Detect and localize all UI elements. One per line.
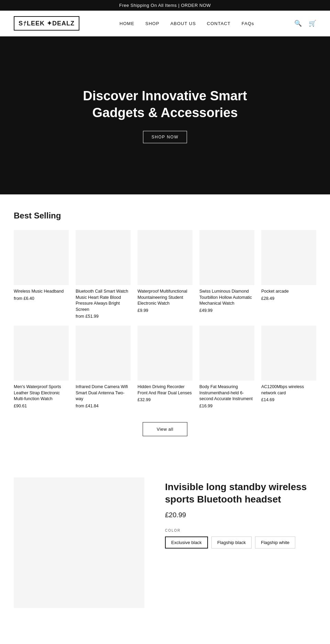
product-image: [76, 326, 131, 381]
featured-product-price: £20.99: [165, 511, 316, 519]
logo[interactable]: S†LEEK ✦DEALZ: [14, 16, 79, 31]
nav-home[interactable]: HOME: [120, 21, 134, 26]
logo-text: S†LEEK ✦DEALZ: [19, 20, 75, 27]
announcement-bar: Free Shipping On All Items | ORDER NOW: [0, 0, 330, 11]
product-name: Swiss Luminous Diamond Tourbillon Hollow…: [199, 289, 254, 307]
list-item[interactable]: Waterproof Multifunctional Mountaineerin…: [138, 230, 192, 319]
featured-product-info: Invisible long standby wireless sports B…: [165, 477, 316, 549]
list-item[interactable]: Bluetooth Call Smart Watch Music Heart R…: [76, 230, 131, 319]
product-price: from £41.84: [76, 404, 131, 408]
list-item[interactable]: Men's Waterproof Sports Leather Strap El…: [14, 326, 69, 408]
product-image: [138, 230, 192, 285]
products-grid-row2: Men's Waterproof Sports Leather Strap El…: [14, 326, 316, 408]
list-item[interactable]: Body Fat Measuring Instrumenthand-held 6…: [199, 326, 254, 408]
product-image: [138, 326, 192, 381]
featured-product-section: Invisible long standby wireless sports B…: [0, 464, 330, 629]
color-options: Exclusive black Flagship black Flagship …: [165, 536, 316, 549]
product-image: [14, 230, 69, 285]
header: S†LEEK ✦DEALZ HOME SHOP ABOUT US CONTACT…: [0, 11, 330, 36]
product-price: £9.99: [138, 308, 192, 313]
search-icon[interactable]: 🔍: [294, 20, 302, 27]
product-name: AC1200Mbps wireless network card: [261, 384, 316, 396]
hero-title: Discover Innovative Smart Gadgets & Acce…: [69, 88, 261, 122]
product-price: £49.99: [199, 308, 254, 313]
featured-product-title: Invisible long standby wireless sports B…: [165, 481, 316, 506]
best-selling-section: Best Selling Wireless Music Headband fro…: [0, 194, 330, 464]
product-price: £32.99: [138, 397, 192, 402]
product-price: £14.69: [261, 397, 316, 402]
color-option-flagship-black[interactable]: Flagship black: [211, 536, 252, 549]
header-icons: 🔍 🛒: [294, 20, 316, 27]
list-item[interactable]: Infrared Dome Camera Wifi Smart Dual Ant…: [76, 326, 131, 408]
list-item[interactable]: Swiss Luminous Diamond Tourbillon Hollow…: [199, 230, 254, 319]
featured-product-image: [14, 477, 144, 608]
product-price: £16.99: [199, 404, 254, 408]
color-option-exclusive-black[interactable]: Exclusive black: [165, 536, 208, 549]
product-price: from £6.40: [14, 296, 69, 301]
view-all-container: View all: [14, 415, 316, 450]
products-grid-row1: Wireless Music Headband from £6.40 Bluet…: [14, 230, 316, 319]
view-all-button[interactable]: View all: [143, 422, 188, 436]
product-name: Bluetooth Call Smart Watch Music Heart R…: [76, 289, 131, 313]
product-image: [261, 230, 316, 285]
product-name: Infrared Dome Camera Wifi Smart Dual Ant…: [76, 384, 131, 402]
product-image: [14, 326, 69, 381]
product-image: [261, 326, 316, 381]
nav-shop[interactable]: SHOP: [145, 21, 160, 26]
product-price: from £51.99: [76, 314, 131, 319]
product-image: [199, 230, 254, 285]
best-selling-title: Best Selling: [14, 211, 316, 221]
product-image: [76, 230, 131, 285]
hero-section: Discover Innovative Smart Gadgets & Acce…: [0, 36, 330, 194]
nav-faqs[interactable]: FAQs: [242, 21, 254, 26]
product-name: Wireless Music Headband: [14, 289, 69, 295]
color-label: COLOR: [165, 529, 316, 532]
list-item[interactable]: Hidden Driving Recorder Front And Rear D…: [138, 326, 192, 408]
product-name: Men's Waterproof Sports Leather Strap El…: [14, 384, 69, 402]
product-price: £28.49: [261, 296, 316, 301]
product-name: Hidden Driving Recorder Front And Rear D…: [138, 384, 192, 396]
shop-now-button[interactable]: SHOP NOW: [143, 131, 187, 143]
nav-about[interactable]: ABOUT US: [170, 21, 196, 26]
product-name: Pocket arcade: [261, 289, 316, 295]
product-price: £90.61: [14, 404, 69, 408]
product-name: Body Fat Measuring Instrumenthand-held 6…: [199, 384, 254, 402]
list-item[interactable]: Pocket arcade £28.49: [261, 230, 316, 319]
announcement-text: Free Shipping On All Items | ORDER NOW: [119, 3, 211, 8]
nav-contact[interactable]: CONTACT: [207, 21, 231, 26]
main-nav: HOME SHOP ABOUT US CONTACT FAQs: [120, 21, 254, 26]
list-item[interactable]: AC1200Mbps wireless network card £14.69: [261, 326, 316, 408]
product-image: [199, 326, 254, 381]
product-name: Waterproof Multifunctional Mountaineerin…: [138, 289, 192, 307]
color-option-flagship-white[interactable]: Flagship white: [255, 536, 295, 549]
list-item[interactable]: Wireless Music Headband from £6.40: [14, 230, 69, 319]
cart-icon[interactable]: 🛒: [309, 20, 316, 27]
